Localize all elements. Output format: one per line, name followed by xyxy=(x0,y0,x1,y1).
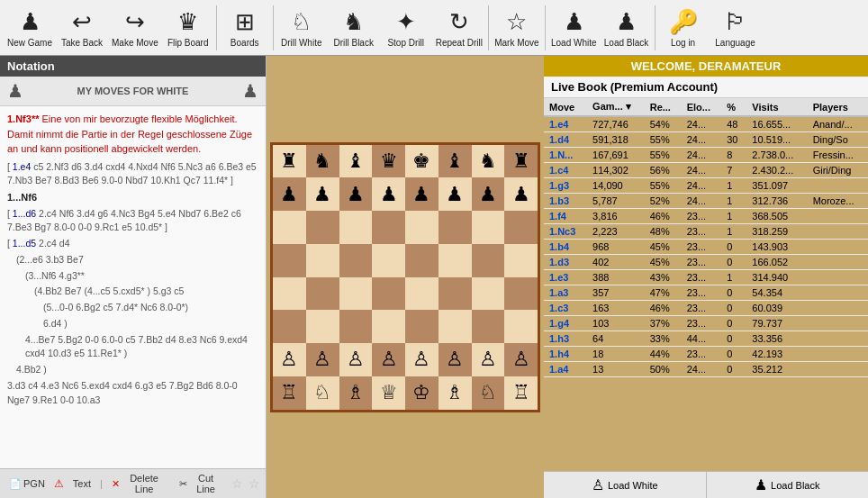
table-row[interactable]: 1.f4 3,816 46% 23... 1 368.505 xyxy=(544,209,868,224)
square-2-4[interactable] xyxy=(405,211,439,244)
square-3-1[interactable] xyxy=(306,244,339,277)
square-3-4[interactable] xyxy=(405,244,439,277)
move-cell[interactable]: 1.N... xyxy=(544,148,587,163)
square-1-6[interactable]: ♟ xyxy=(472,177,505,211)
square-1-7[interactable]: ♟ xyxy=(504,177,538,211)
chess-board[interactable]: ♜♞♝♛♚♝♞♜♟♟♟♟♟♟♟♟♙♙♙♙♙♙♙♙♖♘♗♕♔♗♘♖ xyxy=(270,142,540,412)
square-4-4[interactable] xyxy=(405,277,439,311)
move-cell[interactable]: 1.c3 xyxy=(544,301,587,316)
square-2-7[interactable] xyxy=(504,211,538,244)
table-row[interactable]: 1.g3 14,090 55% 24... 1 351.097 xyxy=(544,178,868,194)
square-3-2[interactable] xyxy=(339,244,373,277)
move-cell[interactable]: 1.f4 xyxy=(544,209,587,224)
square-0-1[interactable]: ♞ xyxy=(306,145,339,178)
load-white-button[interactable]: ♙ Load White xyxy=(544,472,707,498)
take-back-button[interactable]: ↩ Take Back xyxy=(56,2,108,54)
square-2-2[interactable] xyxy=(339,211,373,244)
col-pct[interactable]: % xyxy=(721,98,746,116)
drill-white-button[interactable]: ♘ Drill White xyxy=(276,2,328,54)
square-7-5[interactable]: ♗ xyxy=(439,376,472,410)
square-0-5[interactable]: ♝ xyxy=(439,145,472,178)
move-cell[interactable]: 1.a4 xyxy=(544,362,587,377)
square-4-6[interactable] xyxy=(472,277,505,311)
variation-1d6[interactable]: 1...d6 xyxy=(13,208,36,219)
square-7-3[interactable]: ♕ xyxy=(372,376,405,410)
square-5-6[interactable] xyxy=(472,310,505,343)
square-6-4[interactable]: ♙ xyxy=(405,343,439,376)
square-0-6[interactable]: ♞ xyxy=(472,145,505,178)
table-row[interactable]: 1.g4 103 37% 23... 0 79.737 xyxy=(544,316,868,331)
square-3-7[interactable] xyxy=(504,244,538,277)
text-button[interactable]: Text xyxy=(69,477,95,490)
square-7-7[interactable]: ♖ xyxy=(504,376,538,410)
drill-black-button[interactable]: ♞ Drill Black xyxy=(328,2,380,54)
boards-button[interactable]: ⊞ Boards xyxy=(219,2,271,54)
move-cell[interactable]: 1.d3 xyxy=(544,255,587,270)
square-6-2[interactable]: ♙ xyxy=(339,343,373,376)
move-cell[interactable]: 1.e3 xyxy=(544,270,587,285)
square-7-0[interactable]: ♖ xyxy=(273,376,306,410)
col-move[interactable]: Move xyxy=(544,98,587,116)
square-2-1[interactable] xyxy=(306,211,339,244)
square-5-2[interactable] xyxy=(339,310,373,343)
square-5-4[interactable] xyxy=(405,310,439,343)
table-row[interactable]: 1.h3 64 33% 44... 0 33.356 xyxy=(544,331,868,347)
move-cell[interactable]: 1.g3 xyxy=(544,178,587,194)
notation-move-1nf3[interactable]: 1.Nf3** xyxy=(7,113,39,124)
square-3-5[interactable] xyxy=(439,244,472,277)
square-0-4[interactable]: ♚ xyxy=(405,145,439,178)
table-row[interactable]: 1.d3 402 45% 23... 0 166.052 xyxy=(544,255,868,270)
move-cell[interactable]: 1.g4 xyxy=(544,316,587,331)
square-4-5[interactable] xyxy=(439,277,472,311)
live-book-table[interactable]: Move Gam... ▾ Re... Elo... % Visits Play… xyxy=(544,98,868,471)
square-0-0[interactable]: ♜ xyxy=(273,145,306,178)
square-5-0[interactable] xyxy=(273,310,306,343)
load-white-toolbar-button[interactable]: ♟ Load White xyxy=(547,2,601,54)
square-3-6[interactable] xyxy=(472,244,505,277)
square-1-5[interactable]: ♟ xyxy=(439,177,472,211)
table-row[interactable]: 1.a4 13 50% 24... 0 35.212 xyxy=(544,362,868,377)
notation-content[interactable]: 1.Nf3** Eine von mir bevorzugte flexible… xyxy=(0,106,266,468)
make-move-button[interactable]: ↪ Make Move xyxy=(108,2,162,54)
square-0-3[interactable]: ♛ xyxy=(372,145,405,178)
square-4-3[interactable] xyxy=(372,277,405,311)
variation-1d5[interactable]: 1...d5 xyxy=(13,238,36,249)
square-3-0[interactable] xyxy=(273,244,306,277)
load-black-toolbar-button[interactable]: ♟ Load Black xyxy=(601,2,653,54)
table-row[interactable]: 1.e3 388 43% 23... 1 314.940 xyxy=(544,270,868,285)
repeat-drill-button[interactable]: ↻ Repeat Drill xyxy=(432,2,486,54)
table-row[interactable]: 1.h4 18 44% 23... 0 42.193 xyxy=(544,347,868,362)
square-6-6[interactable]: ♙ xyxy=(472,343,505,376)
col-games[interactable]: Gam... ▾ xyxy=(587,98,645,116)
mark-move-button[interactable]: ☆ Mark Move xyxy=(491,2,543,54)
square-6-1[interactable]: ♙ xyxy=(306,343,339,376)
move-cell[interactable]: 1.e4 xyxy=(544,116,587,132)
new-game-button[interactable]: ♟ New Game xyxy=(4,2,56,54)
move-cell[interactable]: 1.Nc3 xyxy=(544,224,587,240)
variation-1e4[interactable]: 1.e4 xyxy=(13,161,31,172)
square-1-3[interactable]: ♟ xyxy=(372,177,405,211)
square-6-5[interactable]: ♙ xyxy=(439,343,472,376)
square-7-4[interactable]: ♔ xyxy=(405,376,439,410)
square-5-1[interactable] xyxy=(306,310,339,343)
stop-drill-button[interactable]: ✦ Stop Drill xyxy=(380,2,432,54)
table-row[interactable]: 1.N... 167,691 55% 24... 8 2.738.0... Fr… xyxy=(544,148,868,163)
square-0-2[interactable]: ♝ xyxy=(339,145,373,178)
square-4-2[interactable] xyxy=(339,277,373,311)
square-7-6[interactable]: ♘ xyxy=(472,376,505,410)
square-4-7[interactable] xyxy=(504,277,538,311)
square-1-1[interactable]: ♟ xyxy=(306,177,339,211)
table-row[interactable]: 1.e4 727,746 54% 24... 48 16.655... Anan… xyxy=(544,116,868,132)
pgn-button[interactable]: 📄 PGN xyxy=(5,477,49,491)
square-7-2[interactable]: ♗ xyxy=(339,376,373,410)
square-2-3[interactable] xyxy=(372,211,405,244)
square-4-0[interactable] xyxy=(273,277,306,311)
table-row[interactable]: 1.c4 114,302 56% 24... 7 2.430.2... Giri… xyxy=(544,163,868,178)
square-2-0[interactable] xyxy=(273,211,306,244)
col-re[interactable]: Re... xyxy=(645,98,682,116)
square-5-5[interactable] xyxy=(439,310,472,343)
square-3-3[interactable] xyxy=(372,244,405,277)
square-1-2[interactable]: ♟ xyxy=(339,177,373,211)
log-in-button[interactable]: 🔑 Log in xyxy=(657,2,710,54)
col-visits[interactable]: Visits xyxy=(746,98,807,116)
